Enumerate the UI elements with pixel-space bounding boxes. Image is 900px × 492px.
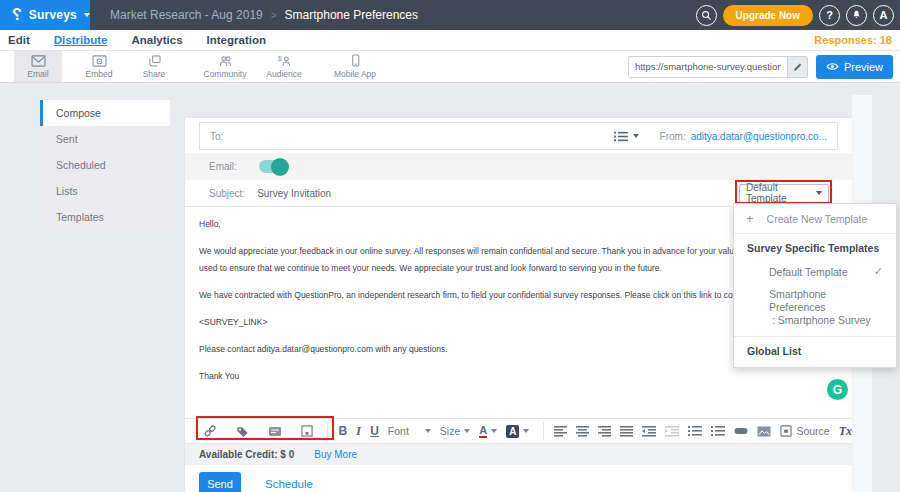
chevron-down-icon [425, 429, 431, 433]
embed-footer-button[interactable] [301, 425, 313, 437]
responses-count[interactable]: Responses: 18 [814, 34, 892, 46]
channel-tab-email[interactable]: Email [14, 51, 62, 82]
tab-integration[interactable]: Integration [207, 34, 266, 46]
channel-tab-share[interactable]: Share [134, 51, 174, 82]
channel-tab-embed[interactable]: Embed [76, 51, 122, 82]
body-line: Thank You [199, 368, 838, 385]
breadcrumb-folder[interactable]: Market Research - Aug 2019 [110, 8, 263, 22]
align-center-button[interactable] [576, 425, 589, 437]
square-insert-icon [301, 425, 313, 437]
sidebar-item-sent[interactable]: Sent [40, 126, 170, 152]
credit-row: Available Credit: $ 0 Buy More [185, 443, 852, 465]
top-navbar: ? Surveys Market Research - Aug 2019 > S… [0, 0, 900, 30]
font-dropdown[interactable]: Font [388, 425, 431, 437]
insert-survey-link-button[interactable] [203, 424, 217, 438]
insert-image-button[interactable] [757, 426, 771, 437]
app-menu-label: Surveys [29, 8, 77, 22]
to-label: To: [210, 131, 223, 142]
tab-edit[interactable]: Edit [8, 34, 30, 46]
channel-tab-audience[interactable]: $ Audience [259, 51, 309, 82]
menu-item-create-new-template[interactable]: + Create New Template [734, 204, 896, 233]
image-icon [757, 426, 771, 437]
merge-tools-group [203, 424, 313, 438]
remove-format-button[interactable]: Tx [839, 424, 852, 439]
question-mark-icon: ? [826, 9, 833, 21]
notifications-button[interactable] [846, 5, 867, 26]
email-toggle-switch[interactable] [259, 160, 288, 173]
indent-icon [665, 425, 679, 437]
sidebar-item-lists[interactable]: Lists [40, 178, 170, 204]
plus-icon: + [746, 214, 754, 224]
align-left-icon [554, 425, 567, 437]
numbered-list-icon [711, 425, 725, 437]
menu-item-default-template[interactable]: Default Template ✓ [734, 259, 896, 284]
check-icon: ✓ [874, 265, 883, 278]
mail-card-icon [268, 426, 282, 437]
help-button[interactable]: ? [819, 5, 840, 26]
align-justify-button[interactable] [620, 425, 633, 437]
background-color-button[interactable]: A [506, 425, 529, 438]
buy-more-link[interactable]: Buy More [314, 449, 357, 460]
insert-tag-button[interactable] [236, 425, 249, 438]
size-dropdown[interactable]: Size [440, 425, 470, 437]
account-avatar[interactable]: A [873, 5, 894, 26]
email-toggle-label: Email: [209, 161, 237, 172]
share-cards-icon [147, 55, 162, 67]
send-button[interactable]: Send [199, 472, 241, 492]
audience-dollar-people-icon: $ [277, 55, 292, 67]
subject-value[interactable]: Survey Invitation [257, 188, 331, 199]
tab-distribute[interactable]: Distribute [54, 34, 108, 46]
schedule-link[interactable]: Schedule [265, 478, 313, 490]
text-color-button[interactable]: A [479, 425, 497, 438]
from-label: From: [660, 131, 686, 142]
breadcrumb: Market Research - Aug 2019 > Smartphone … [110, 8, 418, 22]
survey-section-nav: Edit Distribute Analytics Integration Re… [0, 30, 900, 51]
align-left-button[interactable] [554, 425, 567, 437]
source-button[interactable]: Source [780, 425, 829, 437]
preview-button[interactable]: Preview [816, 55, 893, 79]
bulleted-list-icon [688, 425, 702, 437]
align-right-button[interactable] [598, 425, 611, 437]
align-center-icon [576, 425, 589, 437]
numbered-list-button[interactable] [711, 425, 725, 437]
tag-icon [236, 425, 249, 438]
decrease-indent-button[interactable] [642, 425, 656, 437]
grammarly-button[interactable]: G [827, 379, 848, 400]
available-credit-label: Available Credit: $ 0 [199, 449, 294, 460]
align-justify-icon [620, 425, 633, 437]
bulleted-list-button[interactable] [688, 425, 702, 437]
tab-analytics[interactable]: Analytics [131, 34, 182, 46]
embed-window-icon [92, 55, 107, 67]
channel-tab-community[interactable]: Community [198, 51, 252, 82]
bold-button[interactable]: B [338, 424, 347, 438]
italic-button[interactable]: I [356, 423, 361, 439]
sidebar-item-templates[interactable]: Templates [40, 204, 170, 230]
pencil-icon [792, 61, 803, 72]
menu-item-smartphone-preferences[interactable]: Smartphone Preferences : Smartphone Surv… [734, 284, 896, 336]
template-selector-dropdown[interactable]: Default Template [739, 184, 829, 203]
survey-url-box [628, 56, 808, 78]
menu-header-survey-specific: Survey Specific Templates [734, 234, 896, 259]
compose-sidebar: Compose Sent Scheduled Lists Templates [40, 100, 170, 230]
sidebar-item-scheduled[interactable]: Scheduled [40, 152, 170, 178]
increase-indent-button[interactable] [665, 425, 679, 437]
email-list-icon [613, 130, 629, 143]
select-email-list-button[interactable] [613, 130, 639, 143]
from-email-value[interactable]: aditya.datar@questionpro.co... [691, 131, 827, 142]
search-button[interactable] [696, 5, 717, 26]
survey-url-input[interactable] [629, 57, 787, 77]
email-template-button[interactable] [268, 426, 282, 437]
to-field-row: To: From: aditya.datar@questionpro.co... [199, 122, 838, 150]
upgrade-now-button[interactable]: Upgrade Now [723, 5, 813, 26]
chain-link-icon [203, 424, 217, 438]
mobile-phone-icon [348, 54, 363, 67]
email-toggle-row: Email: [185, 153, 852, 180]
edit-url-button[interactable] [787, 57, 807, 77]
surveys-app-menu[interactable]: ? Surveys [0, 0, 90, 30]
underline-button[interactable]: U [370, 424, 379, 438]
editor-toolbar: B I U Font Size A A Source Tx [185, 418, 852, 443]
channel-tab-mobile-app[interactable]: Mobile App [327, 51, 383, 82]
sidebar-item-compose[interactable]: Compose [40, 100, 170, 126]
breadcrumb-survey-name[interactable]: Smartphone Preferences [285, 8, 418, 22]
insert-link-button[interactable] [734, 427, 748, 435]
